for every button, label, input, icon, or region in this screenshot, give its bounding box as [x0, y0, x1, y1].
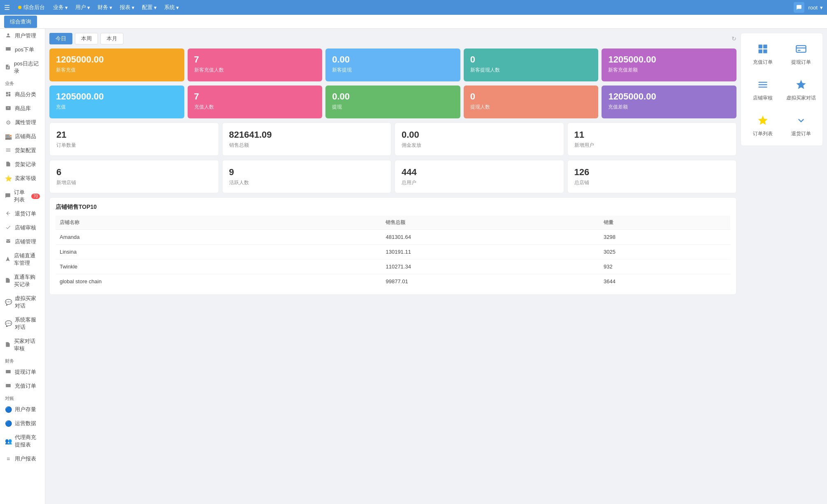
- stat-new-recharge-count: 7 新客充值人数: [188, 49, 323, 81]
- sidebar-item-shop-mgmt[interactable]: 店铺管理: [0, 235, 45, 249]
- stat-new-withdraw-count: 0 新客提现人数: [464, 49, 599, 81]
- sidebar-label: 虚拟买家对话: [15, 295, 40, 310]
- sidebar-item-train-log[interactable]: 直通车购买记录: [0, 270, 45, 291]
- info-commission: 0.00 佣金发放: [395, 123, 564, 156]
- sidebar-item-category[interactable]: 商品分类: [0, 88, 45, 102]
- tab-bar: 综合查询: [0, 15, 827, 29]
- sidebar-item-attr[interactable]: ⚙ 属性管理: [0, 116, 45, 129]
- quick-virtual-chat[interactable]: 虚拟买家对话: [783, 73, 818, 106]
- sidebar-label: 商品分类: [15, 91, 36, 98]
- info-orders: 21 订单数量: [49, 123, 219, 156]
- info-label: 订单数量: [56, 142, 212, 149]
- shop-review-icon: [755, 77, 770, 92]
- sidebar-item-agent-report[interactable]: 👥 代理商充提报表: [0, 430, 45, 452]
- hamburger-menu[interactable]: ☰: [4, 4, 10, 12]
- sidebar-item-shop-goods[interactable]: 🏬 店铺商品: [0, 129, 45, 143]
- sidebar-item-goods[interactable]: 商品库: [0, 102, 45, 116]
- agent-icon: 👥: [5, 438, 12, 444]
- stock-icon: 🔵: [5, 406, 12, 413]
- sidebar-item-user-report[interactable]: ≡ 用户报表: [0, 452, 45, 466]
- nav-item-user[interactable]: 用户▾: [75, 4, 90, 11]
- order-badge: 70: [31, 194, 40, 199]
- info-label: 新增用户: [574, 142, 730, 149]
- nav-item-system[interactable]: 系统▾: [164, 4, 179, 11]
- stat-label: 新客充值: [56, 67, 178, 74]
- sidebar-label: 充值订单: [15, 382, 36, 390]
- nav-items: 业务▾ 用户▾ 财务▾ 报表▾ 配置▾ 系统▾: [53, 4, 785, 11]
- sidebar-item-direct-train[interactable]: 店铺直通车管理: [0, 249, 45, 270]
- info-value: 0.00: [402, 129, 557, 140]
- nav-item-finance[interactable]: 财务▾: [98, 4, 112, 11]
- sidebar-item-shop-review[interactable]: 店铺审核: [0, 221, 45, 235]
- info-label: 销售总额: [229, 142, 385, 149]
- quick-shop-review[interactable]: 店铺审核: [745, 73, 780, 106]
- stat-value: 0: [470, 54, 592, 65]
- sidebar-item-virtual-chat[interactable]: 💬 虚拟买家对话: [0, 291, 45, 313]
- withdraw-order-icon: [794, 42, 808, 56]
- filter-today[interactable]: 今日: [49, 33, 72, 44]
- chat-icon[interactable]: [794, 2, 804, 13]
- user-icon: [5, 32, 12, 39]
- info-value: 444: [402, 167, 557, 178]
- nav-right: root ▾: [794, 2, 823, 13]
- sidebar-item-pos-log[interactable]: pos日志记录: [0, 57, 45, 78]
- log-icon: [5, 64, 11, 71]
- nav-item-business[interactable]: 业务▾: [53, 4, 68, 11]
- pos-icon: [5, 46, 12, 53]
- stat-row-1: 1205000.00 新客充值 7 新客充值人数 0.00 新客提现 0 新客提…: [49, 49, 736, 81]
- sidebar-item-pos-order[interactable]: pos下单: [0, 43, 45, 57]
- stat-recharge-count: 7 充值人数: [188, 86, 323, 118]
- sidebar-item-ops-data[interactable]: 🔵 运营数据: [0, 416, 45, 430]
- filter-row: 今日 本周 本月 ↻: [49, 33, 736, 44]
- sidebar-section-finance: 财务: [0, 356, 45, 365]
- sidebar-label: 商品库: [15, 105, 31, 112]
- quick-withdraw-order[interactable]: 提现订单: [783, 37, 818, 70]
- stat-value: 1205000.00: [608, 91, 730, 102]
- sidebar-label: 卖家等级: [15, 175, 36, 182]
- stat-label: 充值差额: [608, 104, 730, 111]
- train-icon: [5, 256, 11, 263]
- nav-item-report[interactable]: 报表▾: [120, 4, 135, 11]
- sidebar-item-shelf-config[interactable]: 货架配置: [0, 143, 45, 157]
- quick-label: 店铺审核: [753, 95, 773, 102]
- sidebar-item-orders[interactable]: 订单列表 70: [0, 185, 45, 207]
- filter-week[interactable]: 本周: [75, 33, 98, 44]
- category-icon: [5, 91, 12, 98]
- sidebar-item-chat-review[interactable]: 买家对话审核: [0, 334, 45, 356]
- return-order-icon: [794, 113, 808, 128]
- sidebar-label: 运营数据: [15, 420, 36, 427]
- sidebar-item-service-chat[interactable]: 💬 系统客服对话: [0, 313, 45, 334]
- sidebar-item-recharge[interactable]: 充值订单: [0, 379, 45, 393]
- content-main: 今日 本周 本月 ↻ 1205000.00 新客充值 7 新客充值人数 0.00…: [49, 33, 736, 500]
- info-total-shops: 126 总店铺: [567, 160, 737, 193]
- tab-comprehensive[interactable]: 综合查询: [4, 16, 37, 28]
- sidebar-item-seller-level[interactable]: ⭐ 卖家等级: [0, 171, 45, 185]
- shop-table: 店铺名称 销售总额 销量 Amanda 481301.64 3298 Linsi…: [56, 216, 730, 289]
- info-total-users: 444 总用户: [395, 160, 564, 193]
- nav-item-config[interactable]: 配置▾: [142, 4, 157, 11]
- sidebar-label: 退货订单: [15, 210, 36, 217]
- sidebar-item-refund[interactable]: 退货订单: [0, 207, 45, 221]
- quick-order-list[interactable]: 订单列表: [745, 109, 780, 141]
- stat-label: 新客充值差额: [608, 67, 730, 74]
- filter-month[interactable]: 本月: [100, 33, 123, 44]
- virtual-chat-icon: 💬: [5, 299, 12, 305]
- quick-recharge-order[interactable]: 充值订单: [745, 37, 780, 70]
- sidebar-label: 属性管理: [15, 119, 36, 126]
- sidebar-item-user-mgmt[interactable]: 用户管理: [0, 29, 45, 43]
- sidebar-label: 订单列表: [14, 189, 27, 203]
- svg-rect-3: [796, 46, 806, 52]
- refresh-icon[interactable]: ↻: [732, 35, 736, 42]
- sidebar-item-shelf-log[interactable]: 货架记录: [0, 157, 45, 171]
- quick-return-order[interactable]: 退货订单: [783, 109, 818, 141]
- table-row: global store chain 99877.01 3644: [56, 274, 730, 289]
- sidebar-item-withdraw[interactable]: 提现订单: [0, 365, 45, 379]
- info-row-2: 6 新增店铺 9 活跃人数 444 总用户 126 总店铺: [49, 160, 736, 193]
- stat-value: 7: [194, 91, 316, 102]
- shop-name: global store chain: [56, 274, 381, 289]
- user-area[interactable]: root ▾: [808, 5, 823, 11]
- info-label: 新增店铺: [56, 179, 212, 186]
- sidebar-item-user-stock[interactable]: 🔵 用户存量: [0, 402, 45, 416]
- table-title: 店铺销售TOP10: [56, 203, 730, 211]
- svg-rect-2: [6, 384, 11, 387]
